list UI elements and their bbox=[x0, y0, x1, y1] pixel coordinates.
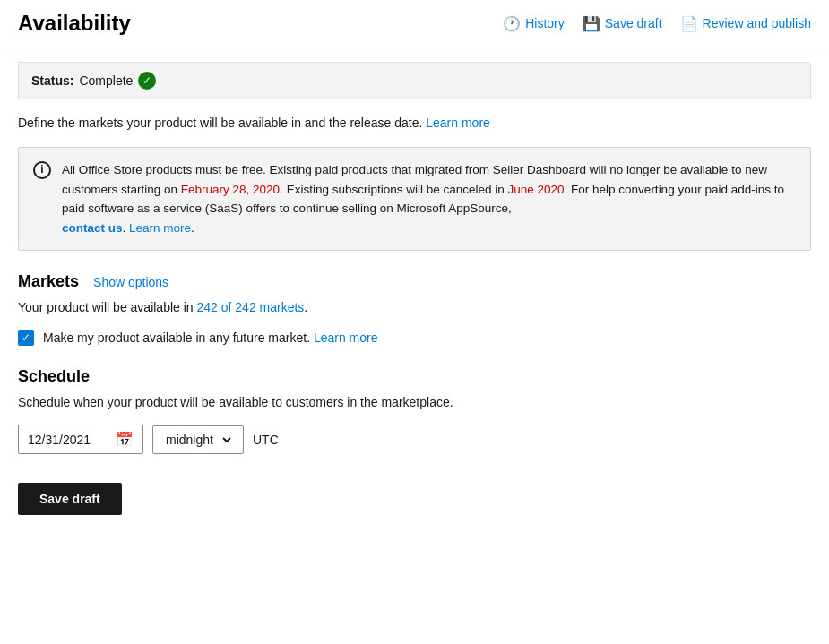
info-box-text: All Office Store products must be free. … bbox=[62, 160, 796, 237]
show-options-button[interactable]: Show options bbox=[93, 275, 168, 289]
time-select[interactable]: midnight 1:00 AM 2:00 AM 3:00 AM 6:00 AM… bbox=[162, 432, 234, 448]
save-draft-icon: 💾 bbox=[583, 15, 600, 32]
page-header: Availability 🕐 History 💾 Save draft 📄 Re… bbox=[0, 0, 829, 47]
future-market-label: Make my product available in any future … bbox=[43, 331, 378, 345]
calendar-icon[interactable]: 📅 bbox=[116, 431, 134, 448]
main-content: Status: Complete ✓ Define the markets yo… bbox=[0, 47, 829, 533]
info-learn-more-link[interactable]: Learn more bbox=[129, 221, 191, 235]
save-draft-header-button[interactable]: 💾 Save draft bbox=[583, 15, 662, 32]
date-input-wrapper: 📅 bbox=[18, 425, 143, 454]
future-market-checkbox[interactable]: ✓ bbox=[18, 330, 34, 346]
info-date-1: February 28, 2020 bbox=[181, 183, 280, 196]
schedule-description: Schedule when your product will be avail… bbox=[18, 393, 811, 412]
markets-section-header: Markets Show options bbox=[18, 272, 811, 291]
info-box: i All Office Store products must be free… bbox=[18, 147, 811, 251]
history-icon: 🕐 bbox=[503, 15, 521, 32]
header-actions: 🕐 History 💾 Save draft 📄 Review and publ… bbox=[503, 15, 811, 32]
time-select-wrapper: midnight 1:00 AM 2:00 AM 3:00 AM 6:00 AM… bbox=[152, 425, 244, 454]
info-date-2: June 2020 bbox=[508, 183, 565, 196]
schedule-section: Schedule Schedule when your product will… bbox=[18, 367, 811, 454]
info-icon: i bbox=[33, 161, 51, 179]
status-bar: Status: Complete ✓ bbox=[18, 62, 811, 99]
description-learn-more-link[interactable]: Learn more bbox=[426, 116, 490, 130]
review-publish-icon: 📄 bbox=[680, 15, 698, 32]
save-draft-button[interactable]: Save draft bbox=[18, 483, 122, 515]
checkbox-learn-more-link[interactable]: Learn more bbox=[314, 331, 378, 345]
markets-title: Markets bbox=[18, 272, 79, 291]
status-value: Complete bbox=[79, 73, 133, 88]
schedule-title: Schedule bbox=[18, 367, 90, 386]
review-publish-button[interactable]: 📄 Review and publish bbox=[680, 15, 811, 32]
page-description: Define the markets your product will be … bbox=[18, 114, 811, 133]
contact-us-link[interactable]: contact us bbox=[62, 221, 123, 235]
schedule-inputs: 📅 midnight 1:00 AM 2:00 AM 3:00 AM 6:00 … bbox=[18, 425, 811, 454]
schedule-section-header: Schedule bbox=[18, 367, 811, 386]
markets-description: Your product will be available in 242 of… bbox=[18, 298, 811, 317]
date-input[interactable] bbox=[28, 433, 108, 447]
future-market-checkbox-row: ✓ Make my product available in any futur… bbox=[18, 330, 811, 346]
status-label: Status: bbox=[31, 73, 73, 88]
history-button[interactable]: 🕐 History bbox=[503, 15, 565, 32]
markets-count: 242 of 242 markets bbox=[197, 300, 305, 314]
status-complete-icon: ✓ bbox=[138, 72, 156, 90]
timezone-label: UTC bbox=[253, 433, 279, 447]
page-title: Availability bbox=[18, 11, 131, 36]
